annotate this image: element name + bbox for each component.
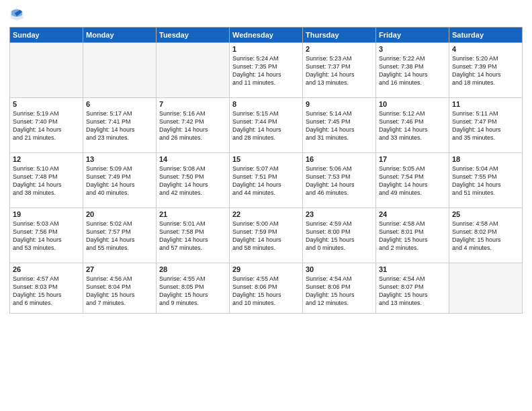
logo: [9, 7, 27, 21]
cell-info: Sunrise: 5:00 AMSunset: 7:59 PMDaylight:…: [232, 220, 300, 253]
day-number: 28: [159, 265, 226, 273]
day-number: 31: [379, 265, 446, 273]
day-number: 4: [452, 45, 519, 53]
weekday-header-saturday: Saturday: [449, 28, 523, 43]
cell-info: Sunrise: 5:19 AMSunset: 7:40 PMDaylight:…: [13, 109, 80, 142]
week-row-0: 1Sunrise: 5:24 AMSunset: 7:35 PMDaylight…: [10, 43, 523, 98]
day-number: 22: [232, 210, 300, 218]
cell-info: Sunrise: 4:58 AMSunset: 8:02 PMDaylight:…: [452, 220, 519, 253]
calendar-cell: 8Sunrise: 5:15 AMSunset: 7:44 PMDaylight…: [230, 98, 303, 153]
calendar-cell: 6Sunrise: 5:17 AMSunset: 7:41 PMDaylight…: [83, 98, 157, 153]
day-number: 24: [379, 210, 446, 218]
day-number: 29: [232, 265, 300, 273]
week-row-1: 5Sunrise: 5:19 AMSunset: 7:40 PMDaylight…: [10, 98, 523, 153]
day-number: 30: [306, 265, 373, 273]
cell-info: Sunrise: 5:08 AMSunset: 7:50 PMDaylight:…: [159, 165, 226, 197]
day-number: 20: [86, 210, 153, 218]
calendar-table: SundayMondayTuesdayWednesdayThursdayFrid…: [9, 27, 523, 314]
cell-info: Sunrise: 5:01 AMSunset: 7:58 PMDaylight:…: [159, 220, 226, 253]
calendar-cell: 5Sunrise: 5:19 AMSunset: 7:40 PMDaylight…: [10, 98, 83, 153]
cell-info: Sunrise: 5:05 AMSunset: 7:54 PMDaylight:…: [379, 165, 446, 197]
day-number: 7: [159, 100, 226, 108]
day-number: 1: [232, 45, 300, 53]
day-number: 10: [379, 100, 446, 108]
week-row-3: 19Sunrise: 5:03 AMSunset: 7:56 PMDayligh…: [10, 208, 523, 263]
calendar-cell: 4Sunrise: 5:20 AMSunset: 7:39 PMDaylight…: [449, 43, 523, 98]
day-number: 26: [13, 265, 80, 273]
calendar-cell: 18Sunrise: 5:04 AMSunset: 7:55 PMDayligh…: [449, 153, 523, 208]
calendar-cell: [157, 43, 230, 98]
calendar-cell: 13Sunrise: 5:09 AMSunset: 7:49 PMDayligh…: [83, 153, 157, 208]
page: SundayMondayTuesdayWednesdayThursdayFrid…: [0, 0, 532, 411]
cell-info: Sunrise: 4:57 AMSunset: 8:03 PMDaylight:…: [13, 275, 80, 308]
cell-info: Sunrise: 5:09 AMSunset: 7:49 PMDaylight:…: [86, 165, 153, 197]
cell-info: Sunrise: 5:22 AMSunset: 7:38 PMDaylight:…: [379, 54, 446, 87]
weekday-header-wednesday: Wednesday: [230, 28, 303, 43]
day-number: 9: [306, 100, 373, 108]
calendar-cell: 24Sunrise: 4:58 AMSunset: 8:01 PMDayligh…: [376, 208, 449, 263]
calendar-cell: 27Sunrise: 4:56 AMSunset: 8:04 PMDayligh…: [83, 263, 157, 314]
cell-info: Sunrise: 4:54 AMSunset: 8:06 PMDaylight:…: [306, 275, 373, 308]
calendar-cell: 19Sunrise: 5:03 AMSunset: 7:56 PMDayligh…: [10, 208, 83, 263]
cell-info: Sunrise: 5:14 AMSunset: 7:45 PMDaylight:…: [306, 109, 373, 142]
weekday-header-thursday: Thursday: [303, 28, 376, 43]
cell-info: Sunrise: 5:17 AMSunset: 7:41 PMDaylight:…: [86, 109, 153, 142]
calendar-cell: 31Sunrise: 4:54 AMSunset: 8:07 PMDayligh…: [376, 263, 449, 314]
day-number: 17: [379, 155, 446, 163]
day-number: 2: [306, 45, 373, 53]
cell-info: Sunrise: 5:02 AMSunset: 7:57 PMDaylight:…: [86, 220, 153, 253]
weekday-header-sunday: Sunday: [10, 28, 83, 43]
calendar-cell: 23Sunrise: 4:59 AMSunset: 8:00 PMDayligh…: [303, 208, 376, 263]
cell-info: Sunrise: 4:56 AMSunset: 8:04 PMDaylight:…: [86, 275, 153, 308]
day-number: 6: [86, 100, 153, 108]
calendar-cell: 28Sunrise: 4:55 AMSunset: 8:05 PMDayligh…: [157, 263, 230, 314]
cell-info: Sunrise: 5:03 AMSunset: 7:56 PMDaylight:…: [13, 220, 80, 253]
calendar-cell: [83, 43, 157, 98]
calendar-cell: 20Sunrise: 5:02 AMSunset: 7:57 PMDayligh…: [83, 208, 157, 263]
calendar-cell: 2Sunrise: 5:23 AMSunset: 7:37 PMDaylight…: [303, 43, 376, 98]
calendar-cell: 10Sunrise: 5:12 AMSunset: 7:46 PMDayligh…: [376, 98, 449, 153]
day-number: 18: [452, 155, 519, 163]
day-number: 3: [379, 45, 446, 53]
day-number: 23: [306, 210, 373, 218]
cell-info: Sunrise: 5:10 AMSunset: 7:48 PMDaylight:…: [13, 165, 80, 197]
calendar-cell: 12Sunrise: 5:10 AMSunset: 7:48 PMDayligh…: [10, 153, 83, 208]
day-number: 13: [86, 155, 153, 163]
cell-info: Sunrise: 5:11 AMSunset: 7:47 PMDaylight:…: [452, 109, 519, 142]
calendar-cell: 15Sunrise: 5:07 AMSunset: 7:51 PMDayligh…: [230, 153, 303, 208]
day-number: 8: [232, 100, 300, 108]
day-number: 11: [452, 100, 519, 108]
calendar-cell: 7Sunrise: 5:16 AMSunset: 7:42 PMDaylight…: [157, 98, 230, 153]
cell-info: Sunrise: 5:06 AMSunset: 7:53 PMDaylight:…: [306, 165, 373, 197]
day-number: 19: [13, 210, 80, 218]
cell-info: Sunrise: 5:23 AMSunset: 7:37 PMDaylight:…: [306, 54, 373, 87]
calendar-cell: 29Sunrise: 4:55 AMSunset: 8:06 PMDayligh…: [230, 263, 303, 314]
day-number: 27: [86, 265, 153, 273]
cell-info: Sunrise: 5:20 AMSunset: 7:39 PMDaylight:…: [452, 54, 519, 87]
cell-info: Sunrise: 4:55 AMSunset: 8:05 PMDaylight:…: [159, 275, 226, 308]
logo-icon: [9, 7, 24, 21]
cell-info: Sunrise: 4:55 AMSunset: 8:06 PMDaylight:…: [232, 275, 300, 308]
cell-info: Sunrise: 5:04 AMSunset: 7:55 PMDaylight:…: [452, 165, 519, 197]
cell-info: Sunrise: 4:59 AMSunset: 8:00 PMDaylight:…: [306, 220, 373, 253]
day-number: 15: [232, 155, 300, 163]
week-row-4: 26Sunrise: 4:57 AMSunset: 8:03 PMDayligh…: [10, 263, 523, 314]
weekday-header-row: SundayMondayTuesdayWednesdayThursdayFrid…: [10, 28, 523, 43]
calendar-cell: 25Sunrise: 4:58 AMSunset: 8:02 PMDayligh…: [449, 208, 523, 263]
calendar-cell: 22Sunrise: 5:00 AMSunset: 7:59 PMDayligh…: [230, 208, 303, 263]
calendar-cell: 17Sunrise: 5:05 AMSunset: 7:54 PMDayligh…: [376, 153, 449, 208]
calendar-cell: 11Sunrise: 5:11 AMSunset: 7:47 PMDayligh…: [449, 98, 523, 153]
cell-info: Sunrise: 4:54 AMSunset: 8:07 PMDaylight:…: [379, 275, 446, 308]
weekday-header-monday: Monday: [83, 28, 157, 43]
calendar-cell: 21Sunrise: 5:01 AMSunset: 7:58 PMDayligh…: [157, 208, 230, 263]
calendar-cell: 16Sunrise: 5:06 AMSunset: 7:53 PMDayligh…: [303, 153, 376, 208]
cell-info: Sunrise: 5:07 AMSunset: 7:51 PMDaylight:…: [232, 165, 300, 197]
day-number: 21: [159, 210, 226, 218]
day-number: 14: [159, 155, 226, 163]
calendar-cell: 1Sunrise: 5:24 AMSunset: 7:35 PMDaylight…: [230, 43, 303, 98]
calendar-cell: [449, 263, 523, 314]
day-number: 5: [13, 100, 80, 108]
cell-info: Sunrise: 5:16 AMSunset: 7:42 PMDaylight:…: [159, 109, 226, 142]
weekday-header-friday: Friday: [376, 28, 449, 43]
calendar-cell: 30Sunrise: 4:54 AMSunset: 8:06 PMDayligh…: [303, 263, 376, 314]
